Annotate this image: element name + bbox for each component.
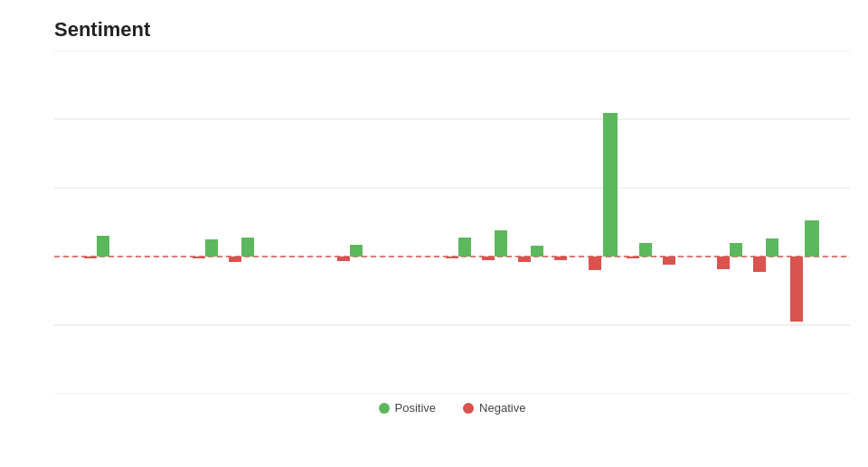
bar-neg-apr19 — [337, 257, 350, 261]
legend-negative: Negative — [463, 401, 525, 415]
legend-positive-dot — [379, 403, 390, 414]
chart-title: Sentiment — [54, 18, 850, 42]
bar-pos-jul26 — [603, 113, 618, 257]
bar-pos-sep20 — [730, 243, 742, 257]
bar-neg-sep20 — [717, 257, 730, 269]
chart-legend: Positive Negative — [54, 401, 850, 415]
bar-neg-aug9 — [627, 257, 639, 258]
bar-pos-jan11 — [97, 236, 109, 257]
chart-area: 3k 2k 1k 0 -1k -2k Dec 31-3 20... Jan 11… — [54, 51, 850, 394]
bar-neg-jul26 — [589, 257, 601, 270]
bar-neg-jul12 — [554, 257, 567, 260]
legend-positive: Positive — [379, 401, 437, 415]
chart-container: Sentiment — [0, 0, 868, 467]
legend-positive-label: Positive — [395, 401, 437, 415]
bar-pos-jun14 — [495, 230, 507, 257]
bar-neg-feb22 — [193, 257, 205, 258]
bar-neg-aug23 — [663, 257, 675, 265]
bar-neg-jun28 — [518, 257, 531, 262]
bar-neg-jan11 — [84, 257, 97, 258]
bar-neg-oct18 — [790, 257, 803, 322]
bar-pos-may31 — [458, 238, 471, 257]
chart-svg: 3k 2k 1k 0 -1k -2k Dec 31-3 20... Jan 11… — [54, 51, 850, 394]
bar-pos-jun28 — [531, 246, 543, 257]
bar-neg-jun14 — [482, 257, 495, 260]
bar-neg-may31 — [446, 257, 458, 258]
bar-pos-apr19 — [350, 245, 363, 257]
legend-negative-label: Negative — [479, 401, 525, 415]
bar-pos-oct4 — [766, 238, 778, 257]
bar-neg-oct4 — [753, 257, 766, 272]
bar-pos-feb22 — [205, 239, 218, 257]
bar-pos-aug9 — [639, 243, 652, 257]
legend-negative-dot — [463, 403, 474, 414]
bar-neg-mar8 — [229, 257, 241, 262]
bar-pos-oct18 — [805, 220, 819, 257]
bar-pos-mar8 — [241, 238, 254, 257]
